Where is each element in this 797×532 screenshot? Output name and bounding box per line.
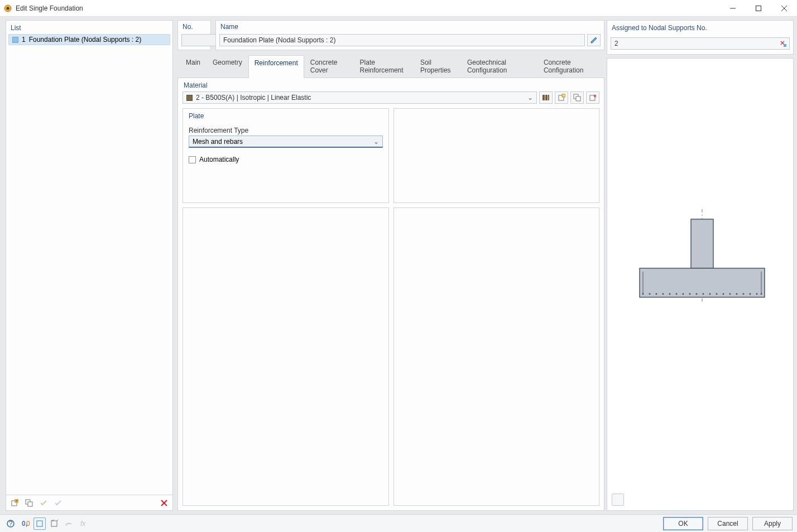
- formula-button: fx: [77, 518, 89, 530]
- svg-point-41: [716, 293, 718, 295]
- svg-point-40: [709, 293, 711, 295]
- material-copy-button[interactable]: [570, 91, 584, 104]
- tab-soil-properties[interactable]: Soil Properties: [414, 55, 461, 78]
- svg-rect-29: [640, 268, 765, 297]
- reinforcement-type-select[interactable]: Mesh and rebars ⌄: [189, 136, 383, 148]
- app-icon: [3, 4, 12, 13]
- svg-point-35: [676, 293, 678, 295]
- new-item-button[interactable]: [8, 497, 21, 509]
- view-mode-1-button[interactable]: [33, 518, 46, 530]
- svg-rect-18: [562, 94, 565, 97]
- list-item[interactable]: 1 Foundation Plate (Nodal Supports : 2): [8, 34, 170, 45]
- automatically-checkbox[interactable]: Automatically: [189, 156, 383, 163]
- svg-point-34: [669, 293, 671, 295]
- material-swatch-icon: [186, 95, 193, 101]
- tab-geometry[interactable]: Geometry: [207, 55, 248, 78]
- svg-rect-20: [576, 96, 580, 101]
- pick-nodes-button[interactable]: [776, 37, 790, 50]
- tab-strip: Main Geometry Reinforcement Concrete Cov…: [177, 55, 604, 78]
- maximize-button[interactable]: [746, 0, 771, 17]
- check-button: [37, 497, 50, 509]
- material-new-button[interactable]: [555, 91, 568, 104]
- svg-point-33: [662, 293, 664, 295]
- svg-rect-14: [542, 95, 545, 100]
- list-header: List: [6, 21, 172, 34]
- assigned-header: Assigned to Nodal Supports No.: [607, 21, 793, 34]
- list-item-label: Foundation Plate (Nodal Supports : 2): [29, 36, 141, 43]
- assigned-panel: Assigned to Nodal Supports No.: [607, 20, 794, 55]
- number-header: No.: [178, 21, 210, 32]
- assigned-input[interactable]: [611, 37, 777, 50]
- material-combo[interactable]: 2 - B500S(A) | Isotropic | Linear Elasti…: [183, 91, 537, 104]
- material-value: 2 - B500S(A) | Isotropic | Linear Elasti…: [196, 94, 311, 101]
- empty-card-top-right: [393, 108, 600, 203]
- ok-button[interactable]: OK: [663, 517, 703, 530]
- apply-button[interactable]: Apply: [752, 517, 793, 530]
- tab-body: Material 2 - B500S(A) | Isotropic | Line…: [177, 78, 604, 511]
- checkbox-icon: [189, 156, 196, 163]
- plate-header: Plate: [183, 109, 388, 122]
- svg-point-43: [729, 293, 731, 295]
- svg-line-58: [57, 520, 58, 521]
- reinforcement-type-value: Mesh and rebars: [193, 138, 243, 146]
- minimize-button[interactable]: [720, 0, 746, 17]
- list-panel: List 1 Foundation Plate (Nodal Supports …: [6, 20, 173, 511]
- svg-rect-16: [548, 95, 549, 100]
- footer: ? 0,00 fx OK Cancel Apply: [0, 514, 797, 532]
- svg-point-32: [656, 293, 657, 295]
- svg-point-38: [696, 293, 698, 295]
- svg-point-45: [743, 293, 745, 295]
- reinforcement-type-label: Reinforcement Type: [189, 127, 383, 134]
- svg-point-36: [683, 293, 684, 295]
- svg-point-39: [703, 293, 704, 295]
- name-input[interactable]: [219, 34, 585, 46]
- number-panel: No.: [177, 20, 211, 50]
- empty-card-left: [183, 207, 389, 506]
- tab-concrete-configuration[interactable]: Concrete Configuration: [537, 55, 604, 78]
- svg-point-31: [649, 293, 651, 295]
- preview-settings-button[interactable]: [612, 494, 624, 506]
- svg-rect-3: [756, 6, 761, 11]
- chevron-down-icon: ⌄: [527, 94, 533, 101]
- tab-concrete-cover[interactable]: Concrete Cover: [304, 55, 354, 78]
- svg-point-42: [723, 293, 724, 295]
- view-mode-3-button: [63, 518, 75, 530]
- title-bar: Edit Single Foundation: [0, 0, 797, 17]
- svg-point-46: [750, 293, 751, 295]
- window-title: Edit Single Foundation: [16, 4, 720, 12]
- delete-button[interactable]: [158, 497, 170, 509]
- help-button[interactable]: ?: [4, 518, 17, 530]
- list-item-num: 1: [22, 36, 26, 43]
- svg-text:?: ?: [9, 520, 13, 528]
- svg-rect-56: [51, 521, 57, 526]
- svg-rect-15: [545, 95, 548, 100]
- name-header: Name: [216, 21, 604, 32]
- preview-pane: [607, 58, 794, 511]
- view-mode-2-button[interactable]: [48, 518, 60, 530]
- plate-card: Plate Reinforcement Type Mesh and rebars…: [183, 108, 389, 203]
- svg-point-44: [736, 293, 738, 295]
- list-toolbar: [6, 495, 172, 510]
- svg-rect-55: [37, 521, 42, 526]
- cancel-button[interactable]: Cancel: [708, 517, 748, 530]
- copy-item-button[interactable]: [23, 497, 35, 509]
- tab-plate-reinforcement[interactable]: Plate Reinforcement: [354, 55, 414, 78]
- svg-point-37: [689, 293, 691, 295]
- close-button[interactable]: [771, 0, 797, 17]
- edit-name-button[interactable]: [587, 34, 601, 46]
- svg-point-47: [756, 293, 758, 295]
- tab-reinforcement[interactable]: Reinforcement: [248, 55, 304, 78]
- tab-main[interactable]: Main: [180, 55, 207, 78]
- foundation-preview-icon: [624, 209, 780, 321]
- material-delete-button[interactable]: [586, 91, 599, 104]
- svg-rect-26: [784, 44, 786, 47]
- name-panel: Name: [215, 20, 604, 50]
- material-library-button[interactable]: [539, 91, 553, 104]
- uncheck-button: [52, 497, 64, 509]
- svg-point-1: [7, 7, 9, 9]
- svg-text:00: 00: [26, 520, 30, 528]
- empty-card-bottom-right: [393, 207, 600, 506]
- svg-text:fx: fx: [80, 520, 86, 528]
- tab-geotechnical-configuration[interactable]: Geotechnical Configuration: [461, 55, 537, 78]
- units-button[interactable]: 0,00: [19, 518, 31, 530]
